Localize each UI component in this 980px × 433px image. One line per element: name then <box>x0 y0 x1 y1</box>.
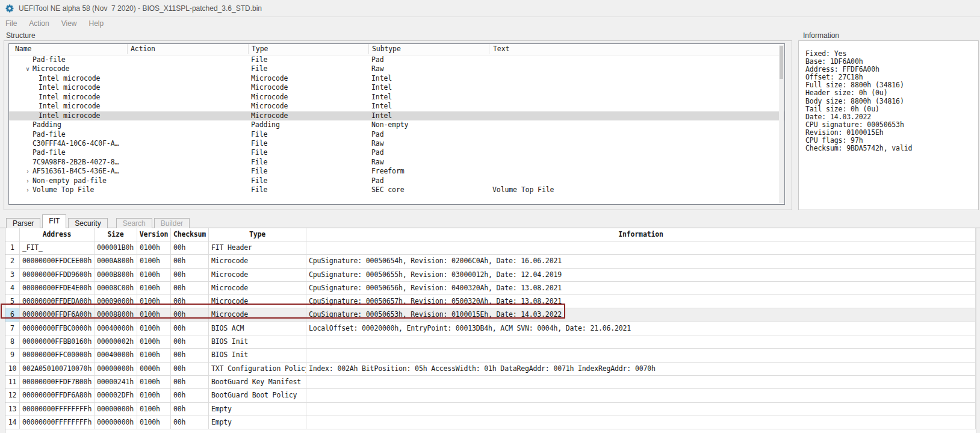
fit-column-version[interactable]: Version <box>137 228 171 241</box>
fit-table-row[interactable]: 3 00000000FFDD9600h 0000B800h 0100h 00h … <box>5 269 976 282</box>
tree-row[interactable]: Pad-file File Pad <box>9 148 784 157</box>
tree-scrollbar[interactable] <box>779 45 784 203</box>
structure-tree-rows: Pad-file File Pad ∨ Microcode File Raw I… <box>9 55 784 195</box>
tree-cell-type: File <box>251 64 267 73</box>
fit-table-row[interactable]: 11 00000000FFDF7B00h 00000241h 0100h 00h… <box>5 376 976 389</box>
structure-tree: Name Action Type Subtype Text Pad-file F… <box>8 43 785 205</box>
fit-cell-size: 00040000h <box>95 322 137 335</box>
tree-row[interactable]: Intel microcode Microcode Intel <box>9 74 784 83</box>
fit-column-type[interactable]: Type <box>209 228 306 241</box>
tree-row[interactable]: ∨ Microcode File Raw <box>9 64 784 73</box>
fit-cell-type: Empty <box>209 403 306 416</box>
fit-cell-information: CpuSignature: 00050653h, Revision: 01000… <box>306 308 976 321</box>
tree-expander-icon[interactable]: › <box>23 176 32 185</box>
tree-row[interactable]: Padding Padding Non-empty <box>9 120 784 129</box>
fit-column-size[interactable]: Size <box>95 228 137 241</box>
fit-cell-type: BootGuard Key Manifest <box>209 376 306 388</box>
tree-row[interactable]: › Non-empty pad-file File Pad <box>9 176 784 185</box>
tree-row[interactable]: › Volume Top File File SEC core Volume T… <box>9 185 784 195</box>
fit-table-row[interactable]: 6 00000000FFDF6A00h 00008800h 0100h 00h … <box>5 308 976 322</box>
tree-row[interactable]: › AF516361-B4C5-436E-A… File Freeform <box>9 167 784 176</box>
structure-tree-header: Name Action Type Subtype Text <box>9 44 784 55</box>
fit-cell-checksum: 00h <box>171 389 209 402</box>
fit-table-row[interactable]: 5 00000000FFDEDA00h 00009000h 0100h 00h … <box>5 295 976 308</box>
menu-help[interactable]: Help <box>83 17 110 30</box>
fit-table-row[interactable]: 4 00000000FFDE4E00h 00008C00h 0100h 00h … <box>5 282 976 295</box>
tree-cell-name: Intel microcode <box>39 102 100 111</box>
tree-expander-icon[interactable]: › <box>23 185 32 195</box>
menu-view[interactable]: View <box>55 17 83 30</box>
fit-table-row[interactable]: 12 00000000FFDF6A80h 000002DFh 0100h 00h… <box>5 389 976 402</box>
fit-cell-type: Microcode <box>209 295 306 308</box>
tab-fit[interactable]: FIT <box>42 214 66 228</box>
tree-cell-subtype: Non-empty <box>371 120 408 129</box>
fit-cell-address: 00000000FFDCEE00h <box>20 255 95 267</box>
fit-table-row[interactable]: 8 00000000FFBB0160h 00000002h 0100h 00h … <box>5 335 976 349</box>
fit-cell-address: 00000000FFDF7B00h <box>20 376 95 388</box>
tree-cell-type: Microcode <box>251 111 288 120</box>
fit-column-information[interactable]: Information <box>306 228 976 241</box>
tree-column-type[interactable]: Type <box>248 44 268 54</box>
tree-column-subtype[interactable]: Subtype <box>368 44 401 54</box>
fit-cell-size: 00040000h <box>95 349 137 361</box>
fit-cell-checksum: 00h <box>171 295 209 308</box>
fit-cell-address: 00000000FFBC0000h <box>20 322 95 335</box>
tree-column-name[interactable]: Name <box>9 44 31 54</box>
fit-table: Address Size Version Checksum Type Infor… <box>5 228 976 433</box>
tree-cell-name: 7C9A98F8-2B2B-4027-8… <box>33 158 119 167</box>
tab-security[interactable]: Security <box>68 218 107 228</box>
tree-column-text[interactable]: Text <box>489 44 509 54</box>
fit-cell-address: 00000000FFFFFFFFh <box>20 416 95 429</box>
tree-column-action[interactable]: Action <box>127 44 155 54</box>
info-line-checksum-9bda5742h-valid: Checksum: 9BDA5742h, valid <box>805 145 975 152</box>
menu-file[interactable]: File <box>0 17 23 30</box>
tree-row[interactable]: Intel microcode Microcode Intel <box>9 111 784 120</box>
tree-row[interactable]: Pad-file File Pad <box>9 130 784 139</box>
window-title: UEFITool NE alpha 58 (Nov 7 2020) - BIOS… <box>19 4 262 13</box>
tree-row[interactable]: Intel microcode Microcode Intel <box>9 102 784 111</box>
fit-table-row[interactable]: 7 00000000FFBC0000h 00040000h 0100h 00h … <box>5 322 976 335</box>
fit-cell-version: 0100h <box>137 241 171 254</box>
fit-cell-version: 0100h <box>137 335 171 348</box>
tree-expander-icon[interactable]: › <box>23 167 32 176</box>
tree-expander-icon[interactable]: ∨ <box>23 64 32 73</box>
fit-cell-size: 00000002h <box>95 335 137 348</box>
menu-action[interactable]: Action <box>23 17 55 30</box>
fit-cell-type: Microcode <box>209 282 306 294</box>
fit-cell-checksum: 00h <box>171 241 209 254</box>
tree-cell-name: C30FFF4A-10C6-4C0F-A… <box>33 139 119 148</box>
tab-bar: ParserFITSecuritySearchBuilder <box>0 214 980 228</box>
fit-table-row[interactable]: 10 002A050100710070h 00000000h 0000h 00h… <box>5 363 976 376</box>
tree-row[interactable]: Intel microcode Microcode Intel <box>9 83 784 92</box>
fit-cell-type: BootGuard Boot Policy <box>209 389 306 402</box>
fit-column-rownum[interactable] <box>5 228 20 241</box>
fit-cell-type: Microcode <box>209 308 306 321</box>
fit-cell-version: 0100h <box>137 389 171 402</box>
fit-table-row[interactable]: 13 00000000FFFFFFFFh 00000000h 0100h 00h… <box>5 403 976 416</box>
tree-scrollbar-thumb[interactable] <box>780 46 783 79</box>
fit-cell-size: 00008C00h <box>95 282 137 294</box>
fit-table-row[interactable]: 14 00000000FFFFFFFFh 00000000h 0100h 00h… <box>5 416 976 429</box>
tree-cell-name: Intel microcode <box>39 93 100 102</box>
tree-cell-subtype: Raw <box>371 139 383 148</box>
tree-cell-subtype: Pad <box>371 55 383 64</box>
fit-table-row[interactable]: 1 _FIT_ 000001B0h 0100h 00h FIT Header <box>5 241 976 255</box>
fit-table-row[interactable]: 9 00000000FFC00000h 00040000h 0100h 00h … <box>5 349 976 362</box>
tree-cell-type: File <box>251 139 267 148</box>
fit-column-address[interactable]: Address <box>20 228 95 241</box>
fit-cell-checksum: 00h <box>171 376 209 388</box>
tab-parser[interactable]: Parser <box>6 218 40 228</box>
tree-row[interactable]: 7C9A98F8-2B2B-4027-8… File Raw <box>9 158 784 167</box>
tree-cell-name: Padding <box>33 120 61 129</box>
uefitool-gear-icon <box>5 4 14 13</box>
menu-bar: FileActionViewHelp <box>0 17 980 30</box>
fit-cell-checksum: 00h <box>171 349 209 361</box>
fit-cell-version: 0000h <box>137 363 171 375</box>
fit-column-checksum[interactable]: Checksum <box>171 228 209 241</box>
fit-cell-rownum: 9 <box>5 349 20 361</box>
title-bar: UEFITool NE alpha 58 (Nov 7 2020) - BIOS… <box>0 0 980 17</box>
tree-row[interactable]: Intel microcode Microcode Intel <box>9 93 784 102</box>
tree-row[interactable]: Pad-file File Pad <box>9 55 784 64</box>
tree-row[interactable]: C30FFF4A-10C6-4C0F-A… File Raw <box>9 139 784 148</box>
fit-table-row[interactable]: 2 00000000FFDCEE00h 0000A800h 0100h 00h … <box>5 255 976 268</box>
